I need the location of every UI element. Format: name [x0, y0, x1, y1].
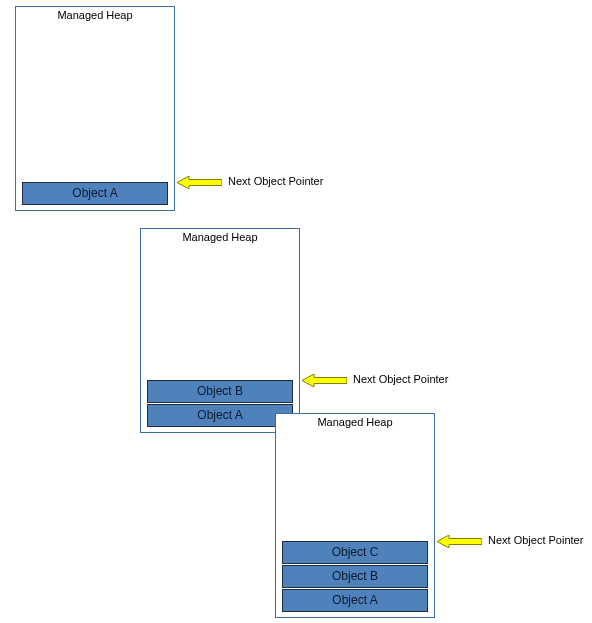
managed-heap-2: Managed Heap Object B Object A — [140, 228, 300, 433]
heap-object: Object C — [282, 541, 428, 564]
next-object-pointer-label: Next Object Pointer — [228, 175, 323, 187]
heap-object: Object A — [282, 589, 428, 612]
heap-object: Object B — [282, 565, 428, 588]
next-object-pointer-arrow — [437, 535, 482, 548]
next-object-pointer-label: Next Object Pointer — [488, 534, 583, 546]
svg-marker-1 — [302, 374, 347, 387]
heap-title: Managed Heap — [141, 231, 299, 243]
heap-object: Object A — [147, 404, 293, 427]
svg-marker-0 — [177, 176, 222, 189]
next-object-pointer-arrow — [302, 374, 347, 387]
heap-object: Object B — [147, 380, 293, 403]
managed-heap-1: Managed Heap Object A — [15, 6, 175, 211]
heap-object: Object A — [22, 182, 168, 205]
heap-title: Managed Heap — [16, 9, 174, 21]
svg-marker-2 — [437, 535, 482, 548]
managed-heap-3: Managed Heap Object C Object B Object A — [275, 413, 435, 618]
next-object-pointer-arrow — [177, 176, 222, 189]
next-object-pointer-label: Next Object Pointer — [353, 373, 448, 385]
heap-title: Managed Heap — [276, 416, 434, 428]
